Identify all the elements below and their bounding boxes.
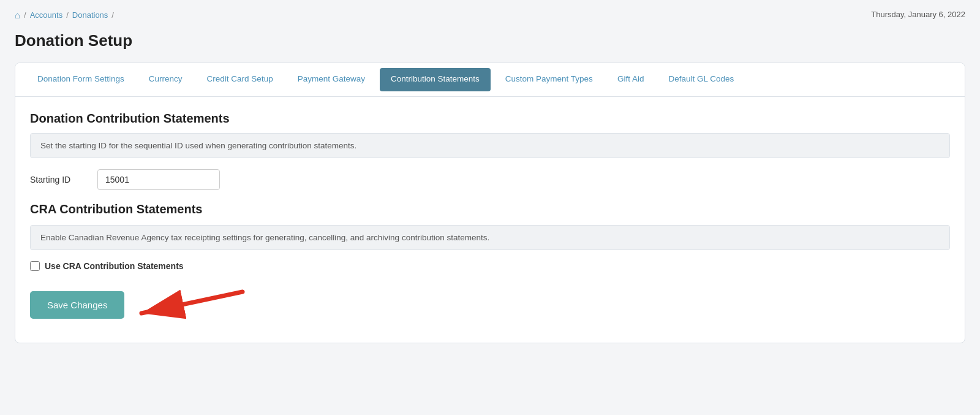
donation-info-box: Set the starting ID for the sequential I… bbox=[30, 133, 950, 158]
content-area: Donation Contribution Statements Set the… bbox=[15, 97, 965, 343]
arrow-annotation bbox=[135, 286, 246, 324]
tab-gift-aid[interactable]: Gift Aid bbox=[605, 63, 657, 96]
tab-default-gl-codes[interactable]: Default GL Codes bbox=[656, 63, 746, 96]
red-arrow-icon bbox=[135, 286, 246, 322]
tab-donation-form-settings[interactable]: Donation Form Settings bbox=[25, 63, 137, 96]
breadcrumb-separator-1: / bbox=[24, 10, 26, 20]
page-wrapper: Thursday, January 6, 2022 ⌂ / Accounts /… bbox=[0, 0, 980, 415]
cra-checkbox[interactable] bbox=[30, 261, 40, 271]
breadcrumb-separator-3: / bbox=[111, 10, 114, 20]
tab-nav: Donation Form Settings Currency Credit C… bbox=[15, 63, 965, 97]
cra-checkbox-row: Use CRA Contribution Statements bbox=[30, 261, 950, 271]
tab-credit-card-setup[interactable]: Credit Card Setup bbox=[195, 63, 285, 96]
svg-line-1 bbox=[141, 292, 243, 313]
donation-section-title: Donation Contribution Statements bbox=[30, 112, 950, 126]
tab-contribution-statements[interactable]: Contribution Statements bbox=[380, 68, 491, 91]
date-display: Thursday, January 6, 2022 bbox=[871, 10, 965, 19]
home-icon[interactable]: ⌂ bbox=[15, 10, 20, 20]
breadcrumb-accounts[interactable]: Accounts bbox=[30, 10, 62, 20]
starting-id-row: Starting ID bbox=[30, 169, 950, 190]
cra-info-box: Enable Canadian Revenue Agency tax recei… bbox=[30, 225, 950, 250]
breadcrumb-donations[interactable]: Donations bbox=[72, 10, 108, 20]
save-changes-button[interactable]: Save Changes bbox=[30, 291, 124, 319]
tab-currency[interactable]: Currency bbox=[137, 63, 195, 96]
cra-checkbox-label[interactable]: Use CRA Contribution Statements bbox=[45, 261, 184, 271]
main-card: Donation Form Settings Currency Credit C… bbox=[15, 63, 965, 343]
page-title: Donation Setup bbox=[15, 31, 965, 50]
breadcrumb-separator-2: / bbox=[66, 10, 69, 20]
starting-id-label: Starting ID bbox=[30, 175, 85, 185]
cra-section-title: CRA Contribution Statements bbox=[30, 202, 950, 216]
breadcrumb: ⌂ / Accounts / Donations / bbox=[15, 10, 965, 20]
save-row: Save Changes bbox=[30, 286, 950, 324]
starting-id-input[interactable] bbox=[97, 169, 220, 190]
tab-payment-gateway[interactable]: Payment Gateway bbox=[285, 63, 377, 96]
tab-custom-payment-types[interactable]: Custom Payment Types bbox=[493, 63, 605, 96]
